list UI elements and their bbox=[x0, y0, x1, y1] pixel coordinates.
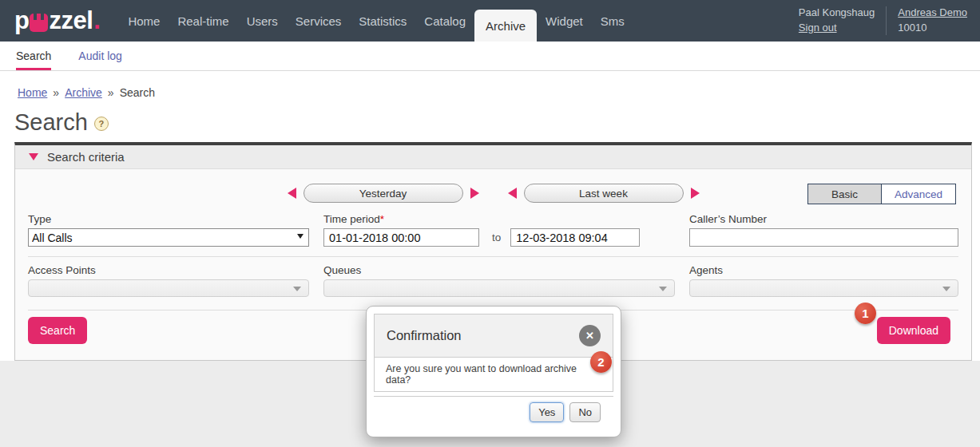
dialog-message: Are you sure you want to download archiv… bbox=[386, 363, 601, 386]
confirmation-dialog: Confirmation ✕ Are you sure you want to … bbox=[366, 306, 621, 437]
last-week-button[interactable]: Last week bbox=[524, 184, 684, 203]
user-divider bbox=[886, 6, 887, 35]
dropdown-arrow-icon bbox=[942, 287, 950, 291]
to-label: to bbox=[492, 231, 501, 243]
dialog-title: Confirmation bbox=[387, 328, 462, 343]
page-title: Search bbox=[14, 109, 88, 136]
agents-label: Agents bbox=[689, 264, 958, 276]
type-select[interactable]: All Calls bbox=[28, 228, 309, 247]
breadcrumb-home-link[interactable]: Home bbox=[18, 86, 47, 99]
breadcrumb-archive-link[interactable]: Archive bbox=[65, 86, 102, 99]
step-1-badge: 1 bbox=[855, 303, 876, 324]
tab-home[interactable]: Home bbox=[119, 0, 169, 42]
user-area: Paal Kongshaug Sign out Andreas Demo 100… bbox=[799, 0, 980, 42]
step-2-badge: 2 bbox=[590, 351, 612, 373]
yes-button[interactable]: Yes bbox=[530, 402, 564, 422]
tab-services[interactable]: Services bbox=[287, 0, 351, 42]
tab-real-time[interactable]: Real-time bbox=[169, 0, 237, 42]
yesterday-button[interactable]: Yesterday bbox=[304, 184, 463, 203]
dialog-header: Confirmation ✕ bbox=[374, 314, 613, 358]
last-week-prev-icon[interactable] bbox=[508, 188, 517, 199]
customer-id: 10010 bbox=[898, 22, 967, 35]
logo-text-p: p bbox=[14, 6, 29, 35]
agents-select[interactable] bbox=[689, 279, 958, 297]
access-points-label: Access Points bbox=[28, 264, 309, 276]
yesterday-prev-icon[interactable] bbox=[288, 188, 296, 199]
sign-out-link[interactable]: Sign out bbox=[799, 22, 875, 35]
required-asterisk: * bbox=[380, 213, 384, 225]
type-label: Type bbox=[28, 213, 309, 225]
dropdown-arrow-icon bbox=[293, 287, 301, 291]
logo-text-zzel: zzel bbox=[49, 6, 93, 35]
tab-catalog[interactable]: Catalog bbox=[415, 0, 474, 42]
dialog-footer: Yes No bbox=[374, 402, 613, 422]
time-period-to-input[interactable] bbox=[510, 228, 640, 247]
advanced-mode-button[interactable]: Advanced bbox=[882, 184, 955, 204]
dialog-body: Are you sure you want to download archiv… bbox=[374, 358, 613, 392]
account-link[interactable]: Andreas Demo bbox=[898, 6, 967, 20]
top-navigation: pzzel. Home Real-time Users Services Sta… bbox=[0, 0, 980, 42]
search-criteria-header[interactable]: Search criteria bbox=[15, 145, 971, 169]
no-button[interactable]: No bbox=[569, 402, 601, 422]
breadcrumb-separator: » bbox=[53, 86, 59, 99]
queues-label: Queues bbox=[323, 264, 675, 276]
basic-mode-button[interactable]: Basic bbox=[808, 184, 882, 204]
search-button[interactable]: Search bbox=[28, 317, 87, 344]
help-icon[interactable]: ? bbox=[94, 117, 109, 131]
tab-widget[interactable]: Widget bbox=[537, 0, 592, 42]
yesterday-next-icon[interactable] bbox=[470, 188, 479, 199]
close-icon[interactable]: ✕ bbox=[579, 325, 601, 346]
tab-sms[interactable]: Sms bbox=[592, 0, 633, 42]
row-divider bbox=[28, 256, 958, 257]
sub-navigation: Search Audit log bbox=[0, 42, 980, 71]
puzzel-logo[interactable]: pzzel. bbox=[0, 0, 119, 42]
logo-dot: . bbox=[93, 6, 100, 35]
collapse-triangle-icon[interactable] bbox=[29, 153, 38, 160]
dialog-divider bbox=[374, 396, 613, 397]
breadcrumb-separator: » bbox=[108, 86, 114, 99]
user-name: Paal Kongshaug bbox=[799, 6, 875, 20]
tab-statistics[interactable]: Statistics bbox=[350, 0, 415, 42]
time-period-label: Time period* bbox=[323, 213, 675, 225]
access-points-select[interactable] bbox=[28, 279, 309, 297]
logo-u-mark-icon bbox=[30, 14, 48, 32]
tab-archive[interactable]: Archive bbox=[474, 10, 537, 42]
topnav-items: Home Real-time Users Services Statistics… bbox=[119, 0, 633, 42]
mode-toggle: Basic Advanced bbox=[807, 184, 956, 204]
tab-users[interactable]: Users bbox=[238, 0, 287, 42]
download-button[interactable]: Download bbox=[877, 317, 950, 344]
breadcrumb-current: Search bbox=[120, 86, 155, 99]
panel-title: Search criteria bbox=[47, 150, 125, 164]
subtab-search[interactable]: Search bbox=[16, 42, 51, 70]
callers-number-label: Caller’s Number bbox=[689, 213, 958, 225]
last-week-next-icon[interactable] bbox=[691, 188, 700, 199]
queues-select[interactable] bbox=[323, 279, 675, 297]
callers-number-input[interactable] bbox=[689, 228, 958, 247]
dropdown-arrow-icon bbox=[659, 287, 667, 291]
time-period-from-input[interactable] bbox=[323, 228, 479, 247]
breadcrumb: Home » Archive » Search bbox=[18, 86, 980, 99]
subtab-audit-log[interactable]: Audit log bbox=[78, 42, 121, 70]
